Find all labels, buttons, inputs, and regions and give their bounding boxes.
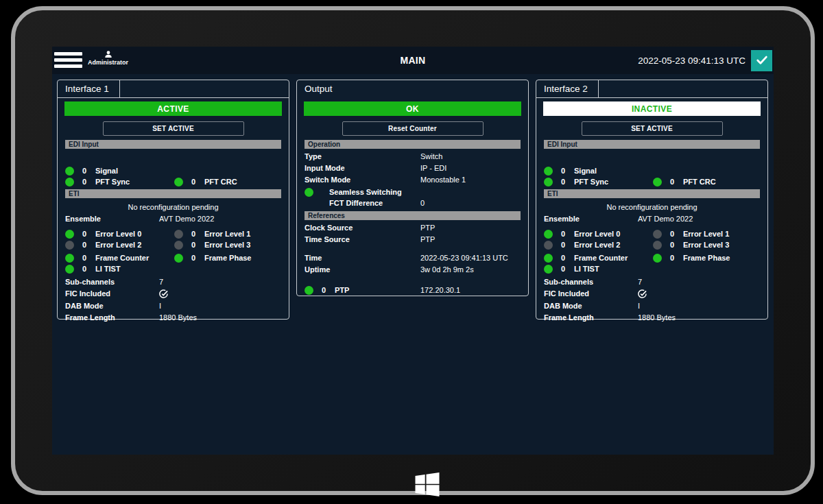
error-level-0-indicator: 0 Error Level 0	[544, 229, 620, 239]
status-led	[653, 230, 662, 239]
status-led	[65, 265, 74, 274]
status-led	[65, 254, 74, 263]
uptime-row: Uptime 3w 0d 2h 9m 2s	[305, 265, 521, 274]
input-mode-row: Input Mode IP - EDI	[305, 164, 521, 173]
status-led	[65, 230, 74, 239]
top-bar: Administrator MAIN 2022-05-23 09:41:13 U…	[52, 47, 774, 74]
edi-input-section-header: EDI Input	[65, 140, 281, 149]
sub-channels-row: Sub-channels 7	[544, 278, 760, 287]
pft-sync-indicator: 0 PFT Sync	[65, 177, 130, 187]
status-led	[653, 241, 662, 250]
seamless-switching-indicator: Seamless Switching	[297, 187, 528, 197]
status-led	[544, 167, 553, 176]
switch-mode-row: Switch Mode Monostable 1	[305, 176, 521, 184]
signal-indicator: 0 Signal	[65, 166, 118, 176]
fct-difference-row: FCT Difference 0	[305, 199, 521, 208]
reconfig-note: No reconfiguration pending	[536, 203, 767, 211]
status-led	[174, 230, 183, 239]
error-level-0-indicator: 0 Error Level 0	[65, 229, 141, 239]
frame-length-row: Frame Length 1880 Bytes	[544, 313, 760, 322]
interface-2-title: Interface 2	[536, 80, 599, 97]
error-level-3-indicator: 0 Error Level 3	[174, 240, 250, 250]
interface-1-status-badge: ACTIVE	[64, 101, 282, 116]
check-icon	[756, 56, 768, 65]
reconfig-note: No reconfiguration pending	[58, 203, 289, 211]
status-led	[544, 178, 553, 187]
ptp-indicator: 0 PTP 172.20.30.1	[297, 285, 528, 295]
interface-1-title: Interface 1	[58, 80, 120, 97]
status-led	[653, 254, 662, 263]
sub-channels-row: Sub-channels 7	[65, 278, 281, 287]
status-led	[65, 241, 74, 250]
interface-2-status-badge: INACTIVE	[543, 101, 761, 116]
operation-section-header: Operation	[305, 140, 521, 149]
frame-phase-indicator: 0 Frame Phase	[653, 253, 730, 263]
dab-mode-row: DAB Mode I	[65, 302, 281, 311]
pft-crc-indicator: 0 PFT CRC	[653, 177, 716, 187]
error-level-3-indicator: 0 Error Level 3	[653, 240, 729, 250]
output-title: Output	[297, 80, 359, 98]
references-section-header: References	[305, 211, 521, 220]
screen: Administrator MAIN 2022-05-23 09:41:13 U…	[52, 47, 774, 455]
pft-sync-indicator: 0 PFT Sync	[544, 177, 608, 187]
li-tist-indicator: 0 LI TIST	[65, 264, 121, 274]
frame-phase-indicator: 0 Frame Phase	[174, 253, 251, 263]
dab-mode-row: DAB Mode I	[544, 302, 760, 311]
status-led	[544, 254, 553, 263]
error-level-1-indicator: 0 Error Level 1	[174, 229, 250, 239]
status-led	[544, 230, 553, 239]
time-row: Time 2022-05-23 09:41:13 UTC	[305, 254, 521, 263]
interface-2-set-active-button[interactable]: SET ACTIVE	[582, 121, 723, 136]
signal-indicator: 0 Signal	[544, 166, 597, 176]
fic-included-row: FIC Included	[65, 289, 281, 299]
frame-counter-indicator: 0 Frame Counter	[65, 253, 149, 263]
status-led	[544, 265, 553, 274]
eti-section-header: ETI	[65, 189, 281, 198]
pft-crc-indicator: 0 PFT CRC	[174, 177, 237, 187]
interface-1-header: Interface 1	[58, 80, 289, 98]
li-tist-indicator: 0 LI TIST	[544, 264, 599, 274]
interface-1-panel: Interface 1 ACTIVE SET ACTIVE EDI Input …	[57, 80, 289, 320]
type-row: Type Switch	[305, 152, 521, 161]
clock-timestamp: 2022-05-23 09:41:13 UTC	[638, 56, 746, 66]
status-led	[544, 241, 553, 250]
status-led	[65, 178, 74, 187]
status-led	[174, 241, 183, 250]
checked-icon	[159, 289, 168, 300]
ensemble-row: Ensemble AVT Demo 2022	[544, 215, 760, 224]
reset-counter-button[interactable]: Reset Counter	[342, 121, 484, 136]
windows-logo-button[interactable]	[414, 472, 441, 496]
error-level-1-indicator: 0 Error Level 1	[653, 229, 729, 239]
interface-2-panel: Interface 2 INACTIVE SET ACTIVE EDI Inpu…	[536, 80, 768, 320]
checked-icon	[638, 289, 647, 300]
clock-source-row: Clock Source PTP	[305, 224, 521, 232]
error-level-2-indicator: 0 Error Level 2	[544, 240, 620, 250]
confirm-button[interactable]	[751, 50, 772, 71]
status-led	[174, 254, 183, 263]
ensemble-row: Ensemble AVT Demo 2022	[65, 215, 281, 224]
status-led	[653, 178, 662, 187]
output-header: Output	[297, 80, 528, 98]
error-level-2-indicator: 0 Error Level 2	[65, 240, 141, 250]
ptp-address: 172.20.30.1	[420, 286, 460, 294]
output-panel: Output OK Reset Counter Operation Type S…	[296, 80, 529, 296]
status-led	[174, 178, 183, 187]
status-led	[305, 188, 313, 197]
edi-input-section-header: EDI Input	[544, 140, 760, 149]
eti-section-header: ETI	[544, 189, 760, 198]
frame-length-row: Frame Length 1880 Bytes	[65, 313, 281, 322]
status-led	[65, 167, 74, 176]
status-led	[305, 286, 313, 295]
interface-2-header: Interface 2	[536, 80, 767, 98]
time-source-row: Time Source PTP	[305, 235, 521, 244]
frame-counter-indicator: 0 Frame Counter	[544, 253, 628, 263]
output-status-badge: OK	[304, 101, 521, 116]
interface-1-set-active-button[interactable]: SET ACTIVE	[103, 121, 244, 136]
fic-included-row: FIC Included	[544, 289, 760, 299]
